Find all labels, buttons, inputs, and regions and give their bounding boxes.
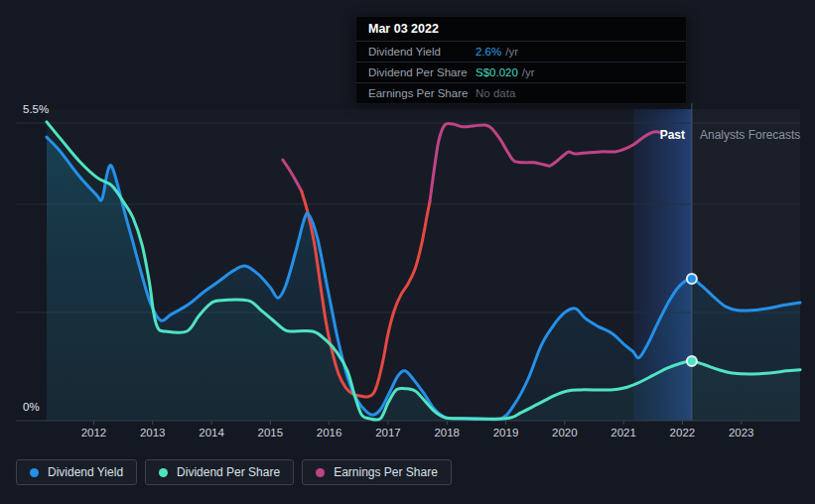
- past-zone-label: Past: [596, 128, 685, 142]
- dividend-chart-app: 5.5% 0% 20122013201420152016201720182019…: [0, 0, 815, 504]
- y-axis-max-label: 5.5%: [23, 103, 49, 115]
- legend-item-dividend-per-share[interactable]: Dividend Per Share: [145, 459, 294, 485]
- axis-year-label: 2018: [427, 427, 467, 439]
- legend-label: Dividend Per Share: [177, 465, 280, 479]
- axis-year-label: 2013: [133, 427, 173, 439]
- tooltip-row-earnings-per-share: Earnings Per Share No data: [356, 82, 686, 103]
- tooltip-label: Dividend Per Share: [368, 66, 475, 78]
- legend-item-dividend-yield[interactable]: Dividend Yield: [16, 459, 137, 485]
- legend-label: Earnings Per Share: [334, 465, 438, 479]
- axis-year-label: 2023: [722, 427, 761, 439]
- tooltip-row-dividend-yield: Dividend Yield 2.6% /yr: [356, 41, 686, 62]
- tooltip-unit: /yr: [522, 66, 535, 78]
- tooltip-value: No data: [475, 87, 515, 99]
- tooltip-date: Mar 03 2022: [356, 17, 686, 41]
- dividend-per-share-dot-icon: [159, 468, 168, 477]
- axis-year-label: 2019: [486, 427, 526, 439]
- axis-year-label: 2022: [662, 427, 702, 439]
- chart-legend: Dividend Yield Dividend Per Share Earnin…: [16, 459, 452, 485]
- axis-year-label: 2014: [192, 427, 231, 439]
- analysts-forecasts-zone-label: Analysts Forecasts: [700, 128, 800, 142]
- tooltip-label: Earnings Per Share: [368, 87, 475, 99]
- tooltip-value: S$0.020: [475, 66, 518, 78]
- axis-year-label: 2016: [310, 427, 349, 439]
- tooltip-unit: /yr: [505, 46, 518, 58]
- tooltip-row-dividend-per-share: Dividend Per Share S$0.020 /yr: [356, 62, 686, 82]
- axis-year-label: 2017: [368, 427, 408, 439]
- dividend-yield-marker[interactable]: [687, 274, 697, 284]
- earnings-per-share-dot-icon: [316, 468, 325, 477]
- y-axis-zero-label: 0%: [23, 401, 40, 413]
- tooltip-label: Dividend Yield: [368, 46, 475, 58]
- axis-year-label: 2012: [73, 427, 113, 439]
- axis-year-label: 2015: [250, 427, 290, 439]
- dividend-yield-dot-icon: [30, 468, 39, 477]
- legend-label: Dividend Yield: [48, 465, 123, 479]
- axis-year-label: 2020: [545, 427, 585, 439]
- chart-tooltip: Mar 03 2022 Dividend Yield 2.6% /yr Divi…: [355, 16, 687, 104]
- axis-year-label: 2021: [604, 427, 643, 439]
- legend-item-earnings-per-share[interactable]: Earnings Per Share: [302, 459, 452, 485]
- dividend-per-share-marker[interactable]: [687, 356, 697, 366]
- tooltip-value: 2.6%: [475, 46, 501, 58]
